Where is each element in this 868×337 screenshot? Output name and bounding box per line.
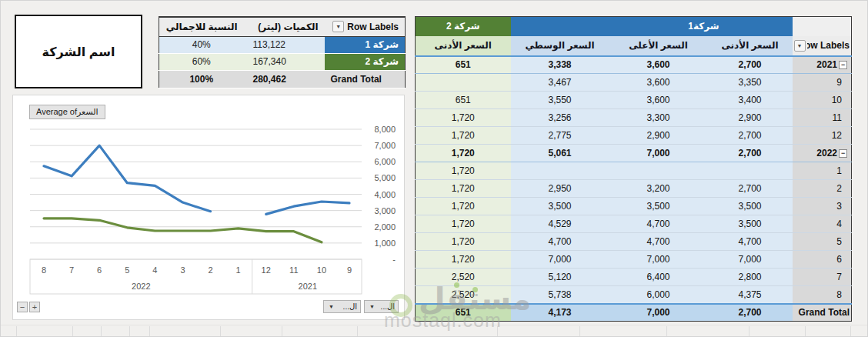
- values-field-button[interactable]: Average ofالسعر: [29, 105, 105, 119]
- pivot-value-cell: 2,800: [708, 269, 793, 286]
- pivot-row-label-text: 6: [836, 254, 842, 265]
- company-name-box: اسم الشركة: [15, 15, 142, 88]
- percent-column-header: النسبة للاجمالي: [159, 17, 244, 36]
- pivot-value-cell: 651: [416, 92, 511, 109]
- pivot-row-label: 9: [793, 74, 852, 92]
- pivot-row-label-text: 9: [836, 77, 842, 88]
- column-gridline: [282, 326, 282, 337]
- col-header-c1-max: السعر الأعلى: [609, 36, 708, 56]
- pivot-value-cell: 3,500: [708, 198, 793, 215]
- summary-quantity-value: 167,340: [244, 53, 325, 70]
- column-gridline: [220, 326, 221, 337]
- pivot-row-label-text: 11: [833, 112, 842, 123]
- filter-dropdown-icon[interactable]: ▼: [794, 40, 806, 52]
- pivot-value-cell: 2,700: [708, 180, 793, 198]
- pivot-row-label-text: 8: [836, 289, 842, 300]
- axis-field-button-2[interactable]: ال... ▼: [364, 300, 399, 313]
- axis-field-label: ال...: [343, 302, 357, 311]
- x-axis-category-label: 6: [97, 265, 102, 275]
- pivot-value-cell: 7,000: [609, 304, 708, 322]
- pivot-value-cell: 3,600: [609, 74, 708, 92]
- x-axis-category-label: 5: [125, 265, 129, 275]
- pivot-value-cell: 4,700: [708, 233, 793, 251]
- collapse-icon[interactable]: −: [839, 149, 847, 158]
- pivot-value-cell: 1,720: [416, 109, 511, 127]
- pivot-value-cell: [416, 74, 511, 92]
- series-line: [266, 202, 349, 214]
- pivot-value-cell: 651: [416, 56, 511, 74]
- pivot-value-cell: 4,700: [609, 233, 708, 251]
- column-gridline: [805, 326, 806, 337]
- pivot-row-labels-header: ▼ Row Labels: [793, 36, 852, 56]
- pivot-value-cell: 7,000: [708, 251, 793, 269]
- summary-grand-total-quantity: 280,462: [244, 70, 325, 88]
- pivot-row-label: 8: [793, 286, 852, 304]
- company-name-label: اسم الشركة: [42, 45, 115, 59]
- pivot-value-cell: 3,350: [708, 74, 793, 92]
- pivot-row-label-text: 12: [832, 130, 842, 141]
- summary-grand-total-label: Grand Total: [325, 70, 406, 88]
- x-axis-category-label: 7: [69, 265, 74, 275]
- row-labels-header: Row Labels: [347, 22, 399, 32]
- y-axis-tick-label: 1,000: [374, 239, 396, 248]
- pivot-row-label: −2021: [793, 56, 852, 74]
- summary-row-labels-header: Row Labels ▼: [325, 17, 406, 36]
- pivot-value-cell: 6,400: [609, 269, 708, 286]
- pivot-table-row: 22,7003,2002,9501,720: [416, 180, 852, 198]
- pivot-row-label: 5: [793, 233, 852, 251]
- pivot-value-cell: 3,600: [609, 56, 708, 74]
- pivot-table-row: 67,0007,0007,0001,720: [416, 251, 852, 269]
- pivot-value-cell: 2,520: [416, 286, 511, 304]
- pivot-value-cell: 6,000: [609, 286, 708, 304]
- pivot-table-row: 11,720: [416, 162, 852, 180]
- pivot-value-cell: 4,529: [511, 215, 609, 233]
- pivot-value-cell: 2,520: [416, 269, 511, 286]
- pivot-row-label-text: 7: [836, 272, 842, 282]
- pivot-row-label: 6: [793, 251, 852, 269]
- pivot-corner-cell: [793, 17, 852, 36]
- y-axis-tick-label: 3,000: [374, 206, 396, 215]
- pivot-table-row: 122,7002,9002,7751,720: [416, 127, 852, 145]
- pivot-value-cell: 5,120: [511, 269, 609, 286]
- chart-expand-button[interactable]: +: [29, 302, 40, 312]
- pivot-value-cell: 2,900: [609, 127, 708, 145]
- pivot-value-cell: [511, 162, 609, 180]
- pivot-value-cell: 1,720: [416, 162, 511, 180]
- pivot-value-cell: 2,700: [708, 145, 793, 162]
- pivot-row-label-text: 10: [832, 95, 842, 105]
- sheet-gridlines: [1, 325, 868, 337]
- collapse-icon[interactable]: −: [839, 61, 847, 69]
- pivot-value-cell: [609, 162, 708, 180]
- pivot-value-cell: 3,467: [511, 74, 609, 92]
- summary-percent-value: 60%: [159, 53, 244, 70]
- company1-group-header: شركة1: [511, 17, 793, 36]
- pivot-table-row: 43,5004,7004,5291,720: [416, 215, 852, 233]
- pivot-row-label: 7: [793, 269, 852, 286]
- pivot-chart: -1,0002,0003,0004,0005,0006,0007,0008,00…: [12, 95, 405, 320]
- pivot-value-cell: 7,000: [511, 251, 609, 269]
- pivot-table-row: −20222,7007,0005,0611,720: [416, 145, 852, 162]
- x-axis-year-label: 2022: [132, 282, 150, 291]
- axis-field-label: ال...: [381, 302, 395, 311]
- pivot-row-label-text: 4: [836, 219, 842, 229]
- pivot-value-cell: 3,550: [511, 92, 609, 109]
- pivot-value-cell: 3,200: [609, 180, 708, 198]
- column-gridline: [72, 326, 73, 337]
- column-gridline: [497, 326, 498, 337]
- pivot-row-label: Grand Total: [793, 304, 852, 322]
- pivot-table-row: 84,3756,0005,7382,520: [416, 286, 852, 304]
- pivot-value-cell: 5,738: [511, 286, 609, 304]
- pivot-value-cell: 1,720: [416, 180, 511, 198]
- axis-field-button-1[interactable]: ال... ▼: [323, 300, 361, 313]
- pivot-value-cell: 651: [416, 304, 511, 322]
- pivot-value-cell: 2,700: [708, 56, 793, 74]
- pivot-row-label: 2: [793, 180, 852, 198]
- filter-dropdown-icon[interactable]: ▼: [332, 21, 344, 32]
- pivot-row-label: 12: [793, 127, 852, 145]
- summary-table-row: شركة 1113,12240%: [159, 36, 406, 53]
- excel-dashboard: { "company_box": { "label": "اسم الشركة"…: [0, 0, 868, 337]
- pivot-row-label: 10: [793, 92, 852, 109]
- summary-pivot-table: Row Labels ▼ الكميات (ليتر) النسبة للاجم…: [159, 16, 406, 88]
- x-axis-category-label: 11: [289, 265, 298, 275]
- chart-collapse-button[interactable]: −: [17, 302, 28, 312]
